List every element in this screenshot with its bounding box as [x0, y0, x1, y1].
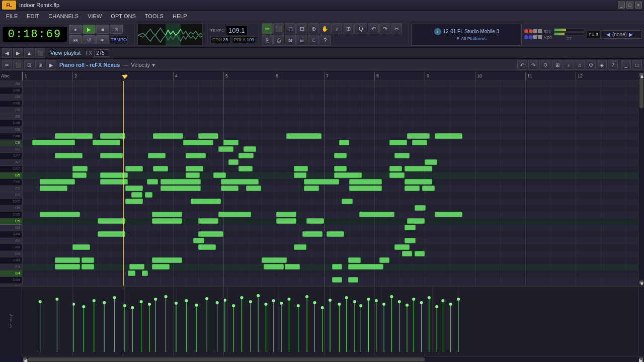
plugin-dropdown-arrow[interactable]: ▼ [456, 36, 460, 41]
hscroll-thumb[interactable] [28, 357, 425, 361]
note-fs7-7[interactable] [389, 172, 405, 178]
key-c7[interactable]: C5 [0, 218, 22, 225]
note-d6-2[interactable] [348, 277, 358, 283]
note-e7-2[interactable] [125, 186, 143, 191]
key-as6[interactable]: A#4 [0, 231, 22, 238]
key-as7[interactable]: A#7 [0, 153, 22, 159]
note-f7-6[interactable] [304, 179, 339, 185]
note-a7-2[interactable] [100, 153, 123, 158]
note-fs7-3[interactable] [186, 172, 200, 178]
note-g7-8[interactable] [389, 166, 402, 171]
note-e7-7[interactable] [349, 186, 382, 191]
fx-input[interactable] [94, 49, 109, 57]
note-fs7-4[interactable] [213, 172, 226, 178]
key-a6[interactable]: A4 [0, 238, 22, 244]
hscroll-right[interactable]: ▶ [639, 357, 643, 361]
copy-btn[interactable]: ⎘ [262, 35, 273, 46]
note-d7-3[interactable] [342, 199, 353, 204]
key-a8[interactable]: A8 [0, 81, 22, 87]
note-c7-6[interactable] [435, 212, 462, 217]
note-ds6-2[interactable] [142, 270, 148, 276]
key-b7[interactable]: B7 [0, 146, 22, 153]
grid-content[interactable] [22, 81, 638, 286]
key-ds7[interactable]: D#5 [0, 199, 22, 205]
undo-btn[interactable]: ↶ [368, 23, 379, 34]
pr-quantize[interactable]: Q [539, 60, 551, 70]
select-all-btn[interactable]: ⊠ [285, 35, 296, 46]
key-cs8[interactable]: C#8 [0, 133, 22, 140]
rewind-button[interactable]: ⏮ [69, 35, 82, 44]
note-e6-8[interactable] [348, 264, 383, 269]
note-fs7-6[interactable] [334, 172, 362, 178]
note-ds7-2[interactable] [145, 192, 152, 198]
pattern-arrow-right[interactable]: ▶ [629, 32, 633, 37]
key-g8[interactable]: G8 [0, 94, 22, 101]
pattern-arrow-left[interactable]: ◀ [606, 32, 610, 37]
tool-paint[interactable]: ⬛ [273, 23, 284, 34]
close-button[interactable]: × [635, 2, 642, 9]
note-ds7-1[interactable] [131, 192, 142, 198]
note-a7-6[interactable] [334, 153, 347, 158]
note-ds6-1[interactable] [128, 270, 135, 276]
deselect-btn[interactable]: ⊟ [296, 35, 307, 46]
key-e6[interactable]: E4 [0, 270, 22, 277]
fast-forward-button[interactable]: ⏭ [96, 35, 109, 44]
pr-settings[interactable]: ⚙ [586, 60, 596, 70]
cut-btn[interactable]: ✂ [391, 23, 402, 34]
note-g7-7[interactable] [334, 166, 347, 171]
note-g7-4[interactable] [186, 166, 203, 171]
tool-select[interactable]: ⊡ [296, 23, 307, 34]
nav-back[interactable]: ◀ [2, 48, 12, 58]
note-e6-1[interactable] [55, 264, 80, 269]
snap-toggle[interactable]: ⊞ [343, 23, 354, 34]
note-fs6-1[interactable] [402, 251, 412, 256]
menu-view[interactable]: VIEW [84, 12, 106, 20]
note-f7-1[interactable] [40, 179, 75, 185]
redo-btn[interactable]: ↷ [379, 23, 390, 34]
note-g6-1[interactable] [72, 244, 90, 250]
note-c7-4[interactable] [276, 212, 296, 217]
note-e7-6[interactable] [304, 186, 319, 191]
tool-pan[interactable]: ✋ [319, 23, 331, 34]
loop-button[interactable]: ↺ [83, 35, 96, 44]
note-g6-3[interactable] [294, 244, 306, 250]
key-e8[interactable]: E8 [0, 114, 22, 120]
note-g7-9[interactable] [405, 166, 432, 171]
key-fs6[interactable]: F#4 [0, 257, 22, 264]
note-f6-6[interactable] [379, 257, 389, 263]
key-d7[interactable]: D5 [0, 205, 22, 212]
right-scrollbar[interactable]: ▲ ▼ [638, 72, 644, 286]
pr-ghost[interactable]: ◈ [597, 60, 607, 70]
note-g6-2[interactable] [198, 244, 216, 250]
note-c7-2[interactable] [152, 212, 182, 217]
key-ds6[interactable]: D#4 [0, 277, 22, 284]
pr-snap[interactable]: ⊞ [552, 60, 562, 70]
key-d8[interactable]: D8 [0, 127, 22, 133]
record-button[interactable]: ● [69, 25, 82, 34]
nav-forward[interactable]: ▶ [13, 48, 23, 58]
tool-piano[interactable]: ♪ [331, 23, 342, 34]
note-b6-1[interactable] [98, 218, 125, 224]
key-gs8[interactable]: G#8 [0, 87, 22, 94]
note-g6-4[interactable] [394, 244, 410, 250]
legato-btn[interactable]: ℒ [308, 35, 319, 46]
key-gs7[interactable]: G#7 [0, 166, 22, 172]
note-b6-5[interactable] [306, 218, 324, 224]
note-f6-2[interactable] [82, 257, 94, 263]
note-b7-7[interactable] [412, 140, 427, 145]
note-g7-6[interactable] [294, 166, 308, 171]
note-e6-4[interactable] [152, 264, 170, 269]
note-b6-6[interactable] [407, 218, 425, 224]
note-gs6-2[interactable] [405, 238, 416, 243]
view-playlist-button[interactable]: View playlist [47, 49, 84, 57]
note-as7-2[interactable] [244, 146, 256, 152]
menu-channels[interactable]: CHANNELS [44, 12, 83, 20]
note-a7-3[interactable] [148, 153, 166, 158]
note-fs6-2[interactable] [415, 251, 425, 256]
key-c8[interactable]: C8 [0, 140, 22, 146]
nav-up[interactable]: ▲ [24, 48, 34, 58]
hscroll-left[interactable]: ◀ [23, 357, 27, 361]
note-e7-1[interactable] [40, 186, 67, 191]
note-b6-3[interactable] [198, 218, 218, 224]
note-a7-4[interactable] [186, 153, 206, 158]
